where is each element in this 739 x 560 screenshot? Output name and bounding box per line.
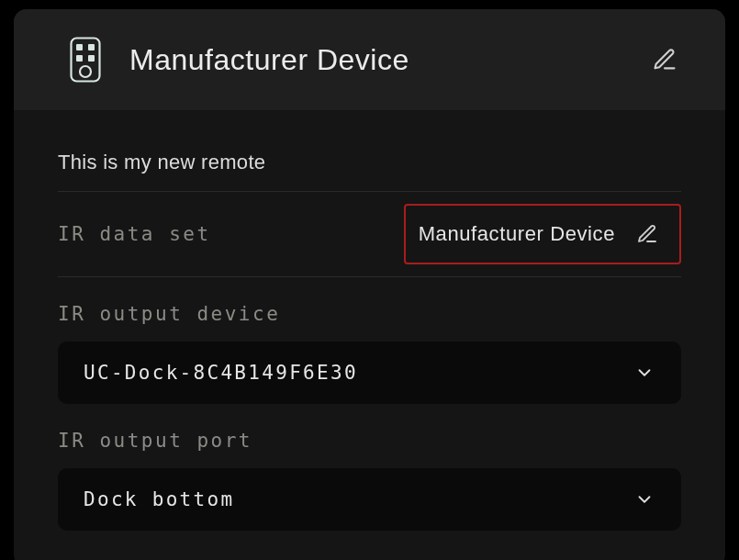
output-port-label: IR output port: [58, 430, 252, 452]
output-port-select[interactable]: Dock bottom: [58, 468, 681, 531]
ir-data-set-value-box[interactable]: Manufacturer Device: [404, 204, 681, 264]
device-description: This is my new remote: [58, 138, 681, 191]
output-device-selected: UC-Dock-8C4B149F6E30: [84, 362, 358, 384]
panel-body: This is my new remote IR data set Manufa…: [14, 110, 725, 560]
chevron-down-icon: [633, 488, 655, 510]
output-device-label: IR output device: [58, 303, 280, 325]
svg-point-5: [80, 66, 91, 77]
ir-data-set-label: IR data set: [58, 223, 211, 245]
ir-data-set-value: Manufacturer Device: [419, 222, 615, 246]
svg-rect-1: [76, 44, 83, 50]
panel-title: Manufacturer Device: [102, 43, 641, 77]
svg-rect-0: [72, 39, 100, 82]
device-settings-panel: Manufacturer Device This is my new remot…: [14, 9, 725, 560]
output-port-selected: Dock bottom: [84, 488, 234, 510]
edit-device-button[interactable]: [641, 36, 689, 84]
chevron-down-icon: [633, 362, 655, 384]
remote-device-icon: [69, 38, 102, 82]
row-ir-data-set: IR data set Manufacturer Device: [58, 192, 681, 276]
row-output-device: IR output device UC-Dock-8C4B149F6E30: [58, 277, 681, 404]
svg-rect-2: [88, 44, 95, 50]
svg-rect-4: [88, 55, 95, 62]
edit-data-set-button[interactable]: [628, 215, 666, 253]
output-device-select[interactable]: UC-Dock-8C4B149F6E30: [58, 342, 681, 404]
svg-rect-3: [76, 55, 83, 62]
row-output-port: IR output port Dock bottom: [58, 404, 681, 531]
panel-header: Manufacturer Device: [14, 9, 725, 110]
